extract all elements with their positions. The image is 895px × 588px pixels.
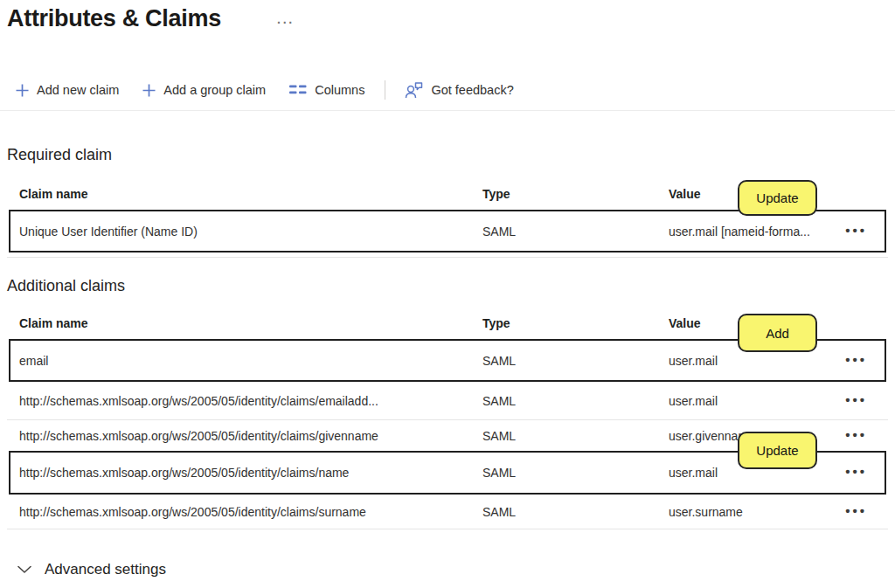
got-feedback-label: Got feedback? bbox=[431, 83, 513, 97]
type-cell: SAML bbox=[482, 466, 516, 480]
command-bar: Add new claim Add a group claim Columns bbox=[16, 76, 538, 104]
value-cell: user.mail [nameid-forma... bbox=[669, 225, 810, 239]
claim-name-cell[interactable]: email bbox=[19, 354, 48, 368]
type-cell: SAML bbox=[482, 505, 516, 519]
row-context-menu-icon[interactable]: ••• bbox=[845, 503, 867, 518]
claim-name-cell[interactable]: Unique User Identifier (Name ID) bbox=[19, 225, 198, 239]
toolbar-divider bbox=[385, 80, 385, 100]
table-row-unique-user-identifier[interactable]: Unique User Identifier (Name ID) SAML us… bbox=[0, 210, 895, 252]
add-group-claim-label: Add a group claim bbox=[163, 83, 266, 97]
column-header-value[interactable]: Value bbox=[669, 187, 701, 201]
add-new-claim-label: Add new claim bbox=[37, 83, 119, 97]
plus-icon bbox=[142, 84, 156, 97]
annotation-update-required: Update bbox=[738, 180, 817, 216]
table-row-surname[interactable]: http://schemas.xmlsoap.org/ws/2005/05/id… bbox=[0, 495, 895, 529]
attributes-claims-page: Attributes & Claims ··· Add new claim Ad… bbox=[0, 0, 895, 588]
row-context-menu-icon[interactable]: ••• bbox=[845, 223, 867, 238]
row-separator bbox=[7, 257, 888, 258]
claim-name-cell[interactable]: http://schemas.xmlsoap.org/ws/2005/05/id… bbox=[19, 394, 378, 408]
value-cell: user.mail bbox=[669, 394, 718, 408]
column-header-value[interactable]: Value bbox=[669, 316, 701, 330]
title-more-menu-icon[interactable]: ··· bbox=[277, 16, 295, 30]
columns-button[interactable]: Columns bbox=[289, 83, 364, 97]
value-cell: user.surname bbox=[669, 505, 743, 519]
required-claim-heading: Required claim bbox=[7, 146, 112, 164]
got-feedback-button[interactable]: Got feedback? bbox=[405, 81, 513, 99]
column-header-type[interactable]: Type bbox=[482, 187, 510, 201]
row-context-menu-icon[interactable]: ••• bbox=[845, 392, 867, 407]
type-cell: SAML bbox=[482, 354, 516, 368]
type-cell: SAML bbox=[482, 429, 516, 443]
value-cell: user.mail bbox=[669, 466, 718, 480]
claim-name-cell[interactable]: http://schemas.xmlsoap.org/ws/2005/05/id… bbox=[19, 466, 349, 480]
row-context-menu-icon[interactable]: ••• bbox=[845, 427, 867, 442]
toolbar-bottom-rule bbox=[0, 110, 895, 111]
row-separator bbox=[7, 529, 888, 529]
feedback-person-icon bbox=[405, 81, 423, 99]
columns-label: Columns bbox=[315, 83, 364, 97]
additional-claims-heading: Additional claims bbox=[7, 277, 125, 295]
add-new-claim-button[interactable]: Add new claim bbox=[16, 83, 119, 97]
page-title: Attributes & Claims bbox=[7, 5, 221, 32]
row-context-menu-icon[interactable]: ••• bbox=[845, 352, 867, 367]
annotation-add-email: Add bbox=[738, 314, 817, 352]
plus-icon bbox=[16, 84, 29, 97]
columns-icon bbox=[289, 84, 307, 96]
table-row-emailaddress[interactable]: http://schemas.xmlsoap.org/ws/2005/05/id… bbox=[0, 382, 895, 419]
column-header-claim-name[interactable]: Claim name bbox=[19, 187, 88, 201]
value-cell: user.mail bbox=[669, 354, 718, 368]
type-cell: SAML bbox=[482, 225, 516, 239]
advanced-settings-label: Advanced settings bbox=[45, 561, 166, 578]
annotation-update-name: Update bbox=[738, 432, 817, 469]
claim-name-cell[interactable]: http://schemas.xmlsoap.org/ws/2005/05/id… bbox=[19, 505, 366, 519]
row-context-menu-icon[interactable]: ••• bbox=[845, 464, 867, 479]
chevron-down-icon bbox=[17, 565, 31, 574]
column-header-claim-name[interactable]: Claim name bbox=[19, 316, 88, 330]
claim-name-cell[interactable]: http://schemas.xmlsoap.org/ws/2005/05/id… bbox=[19, 429, 378, 443]
add-group-claim-button[interactable]: Add a group claim bbox=[142, 83, 266, 97]
advanced-settings-toggle[interactable]: Advanced settings bbox=[17, 561, 166, 578]
column-header-type[interactable]: Type bbox=[482, 316, 510, 330]
type-cell: SAML bbox=[482, 394, 516, 408]
